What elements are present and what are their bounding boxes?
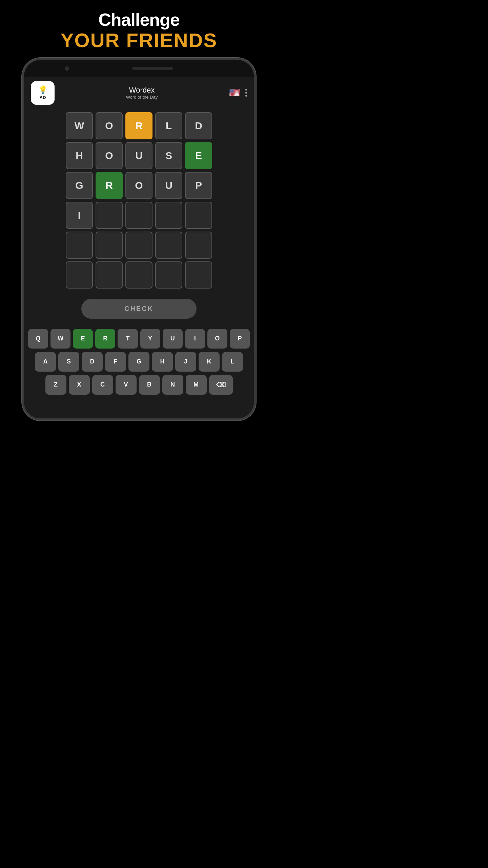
check-btn-area: CHECK [24, 292, 254, 326]
keyboard-key[interactable]: P [230, 329, 250, 349]
keyboard-key[interactable]: Z [45, 375, 66, 395]
lightbulb-icon: 💡 [38, 85, 47, 94]
grid-cell [155, 202, 182, 229]
keyboard-row: ASDFGHJKL [28, 352, 250, 372]
front-camera [65, 66, 69, 71]
app-header: 💡 AD Wordex Word of the Day 🇺🇸 [24, 77, 254, 109]
grid-cell: R [125, 112, 152, 139]
keyboard-key[interactable]: Y [140, 329, 160, 349]
grid-cell: G [66, 172, 93, 199]
ad-badge: 💡 AD [31, 81, 55, 105]
grid-cell [96, 232, 123, 259]
keyboard-key[interactable]: E [73, 329, 93, 349]
keyboard-key[interactable]: D [82, 352, 103, 372]
grid-row [66, 261, 212, 289]
grid-cell: O [125, 172, 152, 199]
header-right: 🇺🇸 [229, 87, 247, 98]
keyboard-key[interactable]: ⌫ [209, 375, 233, 395]
grid-cell: O [96, 112, 123, 139]
keyboard-key[interactable]: Q [28, 329, 48, 349]
grid-cell [66, 261, 93, 289]
grid-row: WORLD [66, 112, 212, 139]
grid-cell: L [155, 112, 182, 139]
grid-row: HOUSE [66, 142, 212, 169]
keyboard-key[interactable]: I [185, 329, 205, 349]
grid-cell: E [185, 142, 212, 169]
ad-label: AD [40, 95, 46, 100]
keyboard-key[interactable]: F [105, 352, 126, 372]
grid-cell [125, 261, 152, 289]
keyboard-key[interactable]: N [162, 375, 183, 395]
grid-cell [96, 261, 123, 289]
grid-cell [66, 232, 93, 259]
grid-cell: R [96, 172, 123, 199]
app-subtitle: Word of the Day [55, 95, 229, 100]
grid-row: GROUP [66, 172, 212, 199]
header-section: Challenge YOUR FRIENDS [0, 0, 278, 55]
challenge-title: Challenge [7, 10, 271, 29]
phone-notch [24, 60, 254, 77]
grid-cell: S [155, 142, 182, 169]
keyboard-key[interactable]: W [50, 329, 70, 349]
grid-cell [185, 232, 212, 259]
grid-cell [96, 202, 123, 229]
speaker [132, 67, 173, 70]
grid-cell [125, 202, 152, 229]
flag-icon[interactable]: 🇺🇸 [229, 87, 240, 98]
grid-cell: U [125, 142, 152, 169]
keyboard-key[interactable]: V [116, 375, 137, 395]
keyboard-key[interactable]: L [222, 352, 243, 372]
grid-cell: H [66, 142, 93, 169]
grid-cell: I [66, 202, 93, 229]
keyboard-key[interactable]: X [69, 375, 90, 395]
keyboard-area: QWERTYUIOPASDFGHJKLZXCVBNM⌫ [24, 326, 254, 405]
keyboard-key[interactable]: B [139, 375, 160, 395]
grid-cell [155, 261, 182, 289]
keyboard-key[interactable]: J [175, 352, 196, 372]
grid-cell [125, 232, 152, 259]
grid-cell: P [185, 172, 212, 199]
your-friends-title: YOUR FRIENDS [7, 29, 271, 51]
phone-frame: 💡 AD Wordex Word of the Day 🇺🇸 WORLDHOUS… [22, 58, 256, 420]
keyboard-key[interactable]: G [128, 352, 149, 372]
keyboard-key[interactable]: T [118, 329, 138, 349]
keyboard-key[interactable]: O [207, 329, 227, 349]
app-title: Wordex [55, 86, 229, 95]
grid-row [66, 232, 212, 259]
game-grid: WORLDHOUSEGROUPI [24, 109, 254, 292]
keyboard-key[interactable]: A [35, 352, 56, 372]
grid-cell [185, 261, 212, 289]
keyboard-key[interactable]: H [152, 352, 173, 372]
grid-cell [185, 202, 212, 229]
phone-bottom [24, 412, 254, 418]
app-title-area: Wordex Word of the Day [55, 86, 229, 100]
keyboard-key[interactable]: U [163, 329, 183, 349]
grid-cell: U [155, 172, 182, 199]
check-button[interactable]: CHECK [81, 299, 197, 319]
keyboard-key[interactable]: C [92, 375, 113, 395]
grid-cell: D [185, 112, 212, 139]
keyboard-row: ZXCVBNM⌫ [28, 375, 250, 395]
keyboard-key[interactable]: S [58, 352, 79, 372]
grid-cell: W [66, 112, 93, 139]
phone-inner: 💡 AD Wordex Word of the Day 🇺🇸 WORLDHOUS… [24, 77, 254, 412]
keyboard-row: QWERTYUIOP [28, 329, 250, 349]
menu-icon[interactable] [245, 89, 247, 97]
keyboard-key[interactable]: R [95, 329, 115, 349]
grid-row: I [66, 202, 212, 229]
grid-cell [155, 232, 182, 259]
keyboard-key[interactable]: K [199, 352, 220, 372]
grid-cell: O [96, 142, 123, 169]
keyboard-key[interactable]: M [186, 375, 207, 395]
